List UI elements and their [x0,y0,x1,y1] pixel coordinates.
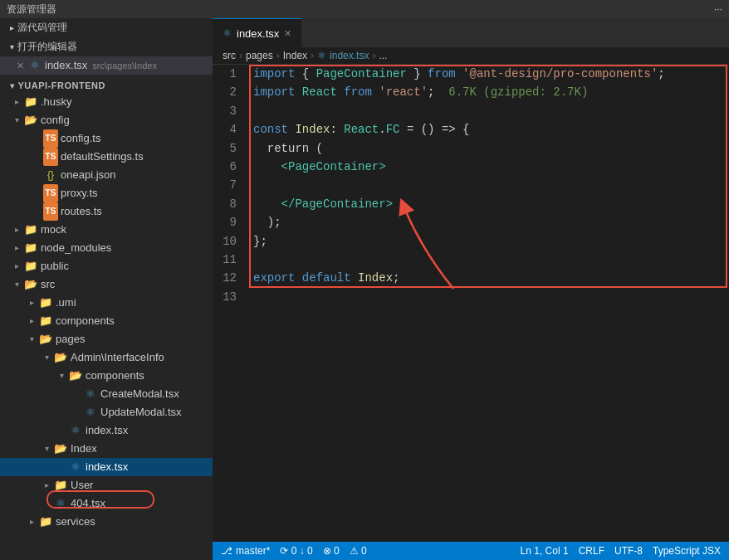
table-row: 11 [213,251,729,269]
bc-pages: pages [246,50,273,61]
tree-label-oneapi: oneapi.json [61,166,116,184]
tree-item-createmodal[interactable]: ⚛ CreateModal.tsx [0,385,213,403]
tree-label-nodemodules: node_modules [41,239,111,257]
status-branch[interactable]: ⎇ master* [221,545,270,557]
line-code [250,251,729,269]
status-bar: ⎇ master* ⟳ 0 ↓ 0 ⊗ 0 ⚠ 0 Ln 1, Col 1 CR… [213,542,729,560]
status-warnings[interactable]: ⚠ 0 [350,545,367,557]
project-name[interactable]: ▾ YUAPI-FRONTEND [0,78,213,93]
title-dots[interactable]: ··· [714,3,722,15]
json-icon: {} [43,166,58,184]
folder-icon: 📁 [53,476,68,494]
table-row: 9 ); [213,213,729,231]
breadcrumb: src › pages › Index › ⚛ index.tsx › ... [213,47,729,65]
tree-label-src: src [41,275,55,294]
tree-item-public[interactable]: ▸ 📁 public [0,257,213,275]
folder-icon: 📁 [38,294,53,312]
open-editor-item[interactable]: ✕ ⚛ index.tsx src\pages\Index [0,56,213,75]
open-editor-path: src\pages\Index [92,56,157,75]
bc-sep4: › [372,50,375,61]
tree-item-user[interactable]: ▸ 📁 User [0,476,213,494]
chevron-right-icon: ▸ [10,23,14,32]
line-number: 9 [213,213,250,231]
tsx-icon: ⚛ [83,385,98,403]
line-code: import { PageContainer } from '@ant-desi… [250,65,729,83]
tree-item-components[interactable]: ▸ 📁 components [0,312,213,330]
tsx-icon: ⚛ [83,403,98,421]
tree-label-pages: pages [56,330,85,348]
line-number: 11 [213,251,250,269]
status-sync[interactable]: ⟳ 0 ↓ 0 [280,545,312,557]
open-editors-section[interactable]: ▾ 打开的编辑器 [0,37,213,56]
table-row: 12export default Index; [213,269,729,287]
tree-item-components2[interactable]: ▾ 📂 components [0,367,213,385]
code-table: 1import { PageContainer } from '@ant-des… [213,65,729,306]
tree-item-index-folder[interactable]: ▾ 📂 Index [0,440,213,458]
line-code [250,176,729,194]
bc-filename: index.tsx [330,50,369,61]
status-language[interactable]: TypeScript JSX [653,545,721,557]
line-number: 3 [213,102,250,120]
ts-icon3: TS [43,184,58,202]
tab-close-button[interactable]: ✕ [284,28,291,39]
source-control-label: 源代码管理 [17,21,67,35]
folder-icon: 📁 [38,312,53,330]
tree-item-proxy[interactable]: TS proxy.ts [0,184,213,202]
status-errors[interactable]: ⊗ 0 [323,545,340,557]
tree-item-oneapi[interactable]: {} oneapi.json [0,166,213,184]
tab-tsx-icon: ⚛ [223,27,232,39]
tree-item-services[interactable]: ▸ 📁 services [0,513,213,531]
tsx-icon: ⚛ [53,494,68,513]
tab-index-tsx[interactable]: ⚛ index.tsx ✕ [213,18,301,47]
ts-icon2: TS [43,148,58,166]
sidebar: ▸ 源代码管理 ▾ 打开的编辑器 ✕ ⚛ index.tsx src\pages… [0,18,213,560]
tree-label-components2: components [86,367,144,385]
tree-item-index-ai[interactable]: ⚛ index.tsx [0,421,213,440]
tree-item-config[interactable]: ▾ 📂 config [0,111,213,129]
bc-dots: ... [379,50,387,61]
folder-icon: 📁 [23,257,38,275]
tree-item-admin[interactable]: ▾ 📂 Admin\InterfaceInfo [0,348,213,367]
table-row: 10}; [213,232,729,251]
tree-label-user: User [71,476,93,494]
tree-item-404[interactable]: ⚛ 404.tsx [0,494,213,513]
ts-icon4: TS [43,202,58,221]
tree-label-configts: config.ts [61,129,100,148]
project-name-label: YUAPI-FRONTEND [18,80,105,90]
table-row: 1import { PageContainer } from '@ant-des… [213,65,729,83]
folder-icon: 📂 [68,367,83,385]
line-code: </PageContainer> [250,195,729,213]
tsx-icon: ⚛ [68,458,83,476]
source-control-section[interactable]: ▸ 源代码管理 [0,18,213,37]
bc-sep1: › [239,50,242,61]
line-number: 8 [213,195,250,213]
tree-item-updatemodal[interactable]: ⚛ UpdateModal.tsx [0,403,213,421]
tree-item-mock[interactable]: ▸ 📁 mock [0,221,213,239]
tree-item-pages[interactable]: ▾ 📂 pages [0,330,213,348]
tree-label-index-folder: Index [71,440,97,458]
close-icon[interactable]: ✕ [17,56,24,75]
tree-label-umi: .umi [56,294,76,312]
line-code [250,102,729,120]
bc-src: src [223,50,236,61]
tree-item-config-ts[interactable]: TS config.ts [0,129,213,148]
ts-icon: TS [43,129,58,148]
tree-item-index-tsx[interactable]: ⚛ index.tsx [0,458,213,476]
tree-item-husky[interactable]: ▸ 📁 .husky [0,93,213,111]
tree-item-defaults[interactable]: TS defaultSettings.ts [0,148,213,166]
line-code [250,288,729,306]
status-lineending[interactable]: CRLF [579,545,604,557]
tree-label-services: services [56,513,95,531]
line-number: 13 [213,288,250,306]
tree-item-umi[interactable]: ▸ 📁 .umi [0,294,213,312]
code-editor[interactable]: 1import { PageContainer } from '@ant-des… [213,65,729,542]
tree-item-routes[interactable]: TS routes.ts [0,202,213,221]
arrow-icon: ▾ [10,111,23,129]
tree-label-createmodal: CreateModal.tsx [100,385,179,403]
status-encoding[interactable]: UTF-8 [614,545,643,557]
folder-icon: 📂 [53,348,68,367]
tree-item-src[interactable]: ▾ 📂 src [0,275,213,294]
tree-item-node-modules[interactable]: ▸ 📁 node_modules [0,239,213,257]
line-code: export default Index; [250,269,729,287]
folder-icon: 📁 [23,239,38,257]
